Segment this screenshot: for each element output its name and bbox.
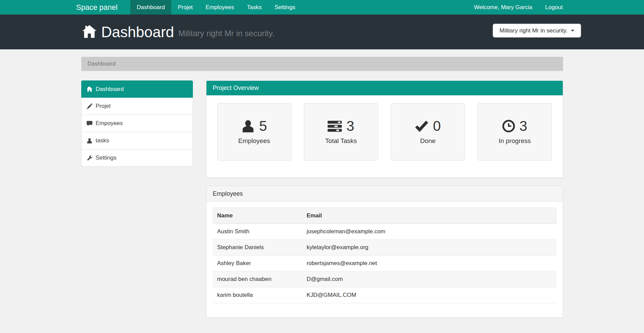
table-row: Stephanie Daniels kyletaylor@example.org (213, 240, 557, 256)
clock-icon (502, 120, 515, 133)
employees-table: Name Email Austin Smith josephcoleman@ex… (213, 208, 557, 303)
sidebar-item-projet[interactable]: Projet (81, 98, 193, 115)
comment-icon (87, 120, 93, 126)
main-nav: Dashboard Projet Employees Tasks Setting… (130, 0, 302, 15)
user-nav: Welcome, Mary Garcia Logout (467, 0, 569, 15)
employee-name: Stephanie Daniels (213, 240, 302, 256)
nav-item-settings[interactable]: Settings (268, 0, 302, 15)
stat-card-employees: 5 Employees (217, 103, 291, 161)
breadcrumb-item-dashboard: Dashboard (88, 61, 116, 67)
employee-email: kyletaylor@example.org (302, 240, 557, 256)
pencil-icon (87, 103, 93, 109)
stat-label: Done (420, 137, 436, 145)
table-row: karim boutella KJD@GMAIL.COM (213, 287, 557, 303)
employee-name: Ashley Baker (213, 256, 302, 271)
table-row: Austin Smith josephcoleman@example.com (213, 224, 557, 240)
table-header-row: Name Email (213, 208, 557, 224)
sidebar-item-settings[interactable]: Settings (81, 149, 193, 167)
stat-label: In progress (498, 137, 531, 145)
employee-email: D@gmail.com (302, 271, 557, 287)
column-header-name: Name (213, 208, 302, 224)
page-header: Dashboard Military right Mr in security.… (0, 15, 644, 49)
stat-cards-row: 5 Employees (206, 95, 563, 177)
project-overview-heading: Project Overview (206, 81, 563, 95)
employee-email: KJD@GMAIL.COM (302, 287, 557, 303)
table-row: Ashley Baker robertsjames@example.net (213, 256, 557, 271)
employees-panel-heading: Employees (206, 186, 563, 201)
sidebar-item-label: Projet (96, 103, 111, 110)
sidebar-item-tasks[interactable]: tasks (81, 132, 193, 149)
employee-email: robertsjames@example.net (302, 256, 557, 271)
user-icon (241, 120, 255, 133)
stat-value: 3 (519, 119, 527, 133)
chevron-down-icon (571, 30, 574, 31)
header-dropdown-button[interactable]: Military right Mr in security. (493, 24, 581, 38)
logout-link[interactable]: Logout (539, 0, 569, 15)
check-icon (415, 120, 428, 132)
home-icon (87, 86, 93, 92)
sidebar-item-label: Empoyees (96, 120, 123, 127)
sidebar-item-empoyees[interactable]: Empoyees (81, 115, 193, 132)
welcome-link[interactable]: Welcome, Mary Garcia (467, 0, 539, 15)
employee-name: karim boutella (213, 287, 302, 303)
tasks-icon (328, 121, 342, 132)
project-overview-panel: Project Overview 5 Emp (206, 80, 563, 178)
wrench-icon (87, 155, 93, 161)
sidebar: Dashboard Projet E (81, 80, 193, 167)
brand-link[interactable]: Space panel (76, 0, 117, 15)
user-icon (87, 138, 93, 144)
home-icon (82, 25, 96, 38)
page-title: Dashboard (101, 25, 174, 40)
stat-label: Employees (238, 137, 270, 145)
table-row: mourad ben chaaben D@gmail.com (213, 271, 557, 287)
breadcrumb: Dashboard (81, 57, 563, 71)
page-header-title-block: Dashboard Military right Mr in security. (82, 15, 274, 49)
stat-card-in-progress: 3 In progress (478, 103, 552, 161)
employees-panel: Employees Name Email Austi (206, 186, 563, 318)
sidebar-item-label: Settings (96, 154, 116, 161)
page: Space panel Dashboard Projet Employees T… (0, 0, 644, 333)
page-subtitle: Military right Mr in security. (178, 29, 274, 38)
nav-item-employees[interactable]: Employees (199, 0, 241, 15)
nav-item-projet[interactable]: Projet (171, 0, 199, 15)
header-dropdown-label: Military right Mr in security. (499, 27, 568, 34)
stat-value: 3 (346, 119, 354, 133)
employee-email: josephcoleman@example.com (302, 224, 557, 240)
stat-card-total-tasks: 3 Total Tasks (304, 103, 378, 161)
stat-label: Total Tasks (325, 137, 357, 145)
sidebar-item-dashboard[interactable]: Dashboard (81, 80, 193, 98)
employee-name: Austin Smith (213, 224, 302, 240)
sidebar-item-label: Dashboard (96, 86, 124, 93)
stat-value: 5 (259, 119, 267, 133)
stat-card-done: 0 Done (391, 103, 465, 161)
nav-item-tasks[interactable]: Tasks (241, 0, 268, 15)
column-header-email: Email (302, 208, 557, 224)
top-navbar: Space panel Dashboard Projet Employees T… (0, 0, 644, 15)
employee-name: mourad ben chaaben (213, 271, 302, 287)
sidebar-item-label: tasks (96, 137, 109, 144)
nav-item-dashboard[interactable]: Dashboard (130, 0, 171, 15)
stat-value: 0 (433, 119, 441, 133)
